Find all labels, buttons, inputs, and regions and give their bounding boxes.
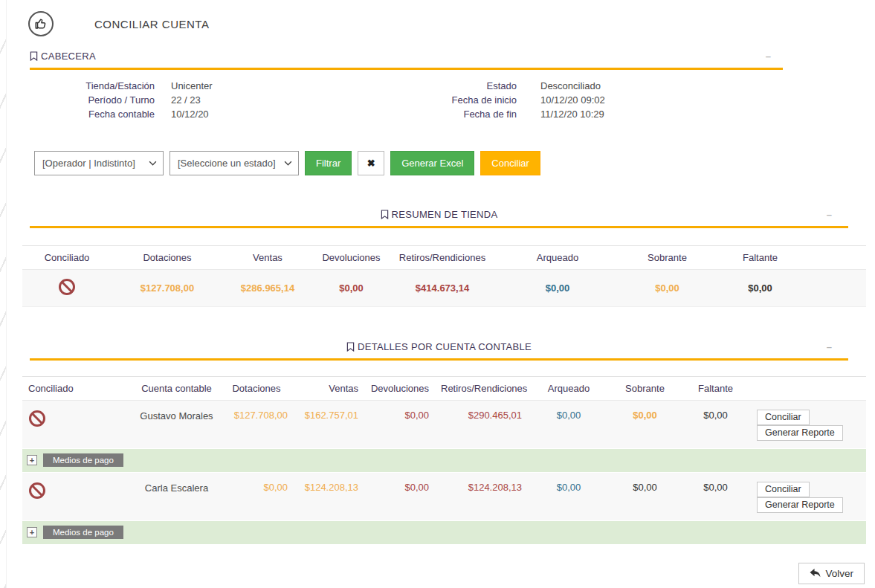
- col-retiros: Retiros/Rendiciones: [390, 246, 494, 270]
- row-generar-reporte-button[interactable]: Generar Reporte: [757, 497, 843, 513]
- cabecera-section: CABECERA – Tienda/Estación Unicenter Per…: [30, 51, 783, 121]
- filtrar-button[interactable]: Filtrar: [305, 151, 352, 175]
- clear-filter-button[interactable]: ✖: [358, 151, 384, 175]
- field-label: Fecha de inicio: [379, 94, 517, 107]
- resumen-devoluciones: $0,00: [312, 270, 390, 307]
- operator-select[interactable]: [Operador | Indistinto]: [34, 151, 164, 175]
- devoluciones: $0,00: [364, 401, 435, 449]
- row-conciliar-button[interactable]: Conciliar: [757, 482, 810, 497]
- sobrante: $0,00: [610, 401, 680, 449]
- resumen-arqueado: $0,00: [494, 270, 621, 307]
- col-conciliado: Conciliado: [22, 377, 134, 401]
- col-ventas: Ventas: [223, 246, 312, 270]
- cuenta-contable: Carla Escalera: [134, 473, 219, 521]
- col-sobrante: Sobrante: [610, 377, 680, 401]
- no-entry-icon: [58, 278, 76, 296]
- page-title: CONCILIAR CUENTA: [94, 18, 209, 30]
- resumen-header: RESUMEN DE TIENDA –: [30, 209, 848, 228]
- field-value: 10/12/20: [171, 108, 209, 121]
- detalles-table: Conciliado Cuenta contable Dotaciones Ve…: [22, 376, 866, 545]
- medios-de-pago-button[interactable]: Medios de pago: [43, 453, 123, 467]
- col-dotaciones: Dotaciones: [112, 246, 223, 270]
- col-conciliado: Conciliado: [22, 246, 112, 270]
- devoluciones: $0,00: [364, 473, 435, 521]
- ventas: $124.208,13: [294, 473, 364, 521]
- detalles-section: DETALLES POR CUENTA CONTABLE –: [30, 341, 848, 361]
- field-fecha-fin: Fecha de fin 11/12/20 10:29: [379, 108, 699, 121]
- dotaciones: $0,00: [219, 473, 294, 521]
- bookmark-icon: [381, 210, 389, 219]
- detalle-row: Carla Escalera $0,00 $124.208,13 $0,00 $…: [22, 473, 866, 521]
- back-arrow-icon: [810, 569, 821, 578]
- cuenta-contable: Gustavo Morales: [134, 401, 219, 449]
- col-retiros: Retiros/Rendiciones: [435, 377, 528, 401]
- arqueado: $0,00: [528, 473, 610, 521]
- resumen-dotaciones: $127.708,00: [112, 270, 223, 307]
- detalles-title: DETALLES POR CUENTA CONTABLE: [358, 341, 532, 352]
- col-arqueado: Arqueado: [494, 246, 621, 270]
- field-fecha-contable: Fecha contable 10/12/20: [30, 108, 379, 121]
- faltante: $0,00: [680, 401, 751, 449]
- field-periodo-turno: Período / Turno 22 / 23: [30, 94, 379, 107]
- field-estado: Estado Desconciliado: [379, 80, 699, 93]
- cabecera-title: CABECERA: [41, 51, 96, 62]
- resumen-data-row: $127.708,00 $286.965,14 $0,00 $414.673,1…: [22, 270, 866, 307]
- row-generar-reporte-button[interactable]: Generar Reporte: [757, 425, 843, 441]
- chevron-down-icon: [284, 161, 292, 166]
- resumen-retiros: $414.673,14: [390, 270, 494, 307]
- expand-plus-icon[interactable]: +: [27, 527, 37, 537]
- cabecera-header: CABECERA –: [30, 51, 783, 70]
- faltante: $0,00: [680, 473, 751, 521]
- field-label: Fecha de fin: [379, 108, 517, 121]
- thumbs-up-icon: [34, 17, 48, 30]
- operator-select-value: [Operador | Indistinto]: [42, 158, 135, 169]
- resumen-faltante: $0,00: [714, 270, 807, 307]
- retiros: $124.208,13: [435, 473, 528, 521]
- medios-de-pago-row: + Medios de pago: [22, 449, 866, 473]
- field-value: Unicenter: [171, 80, 213, 93]
- collapsed-sidebar[interactable]: [0, 0, 7, 588]
- cabecera-collapse-button[interactable]: –: [766, 52, 771, 61]
- main-content: CONCILIAR CUENTA CABECERA – Tienda/Estac…: [22, 0, 866, 584]
- field-value: 11/12/20 10:29: [540, 108, 604, 121]
- detalles-header: DETALLES POR CUENTA CONTABLE –: [30, 341, 848, 361]
- resumen-collapse-button[interactable]: –: [827, 210, 832, 219]
- resumen-header-row: Conciliado Dotaciones Ventas Devolucione…: [22, 246, 866, 270]
- resumen-section: RESUMEN DE TIENDA –: [30, 209, 848, 228]
- resumen-title: RESUMEN DE TIENDA: [392, 209, 498, 220]
- page-header: CONCILIAR CUENTA: [22, 0, 866, 43]
- col-devoluciones: Devoluciones: [364, 377, 435, 401]
- state-select[interactable]: [Seleccione un estado]: [169, 151, 299, 175]
- bookmark-icon: [346, 342, 355, 352]
- generar-excel-button[interactable]: Generar Excel: [390, 151, 474, 175]
- field-value: 10/12/20 09:02: [540, 94, 605, 107]
- col-faltante: Faltante: [680, 377, 751, 401]
- retiros: $290.465,01: [435, 401, 528, 449]
- detalles-collapse-button[interactable]: –: [827, 343, 832, 352]
- medios-de-pago-button[interactable]: Medios de pago: [43, 526, 123, 539]
- row-conciliar-button[interactable]: Conciliar: [757, 410, 810, 425]
- no-entry-icon: [28, 410, 46, 427]
- no-entry-icon: [28, 482, 46, 500]
- col-devoluciones: Devoluciones: [312, 246, 390, 270]
- expand-plus-icon[interactable]: +: [27, 455, 37, 465]
- thumbs-up-button[interactable]: [28, 11, 54, 36]
- field-tienda-estacion: Tienda/Estación Unicenter: [30, 80, 379, 93]
- volver-button[interactable]: Volver: [798, 563, 865, 584]
- dotaciones: $127.708,00: [219, 401, 294, 449]
- conciliar-button[interactable]: Conciliar: [480, 151, 540, 175]
- col-dotaciones: Dotaciones: [219, 377, 294, 401]
- ventas: $162.757,01: [294, 401, 364, 449]
- col-arqueado: Arqueado: [528, 377, 610, 401]
- cabecera-fields: Tienda/Estación Unicenter Período / Turn…: [30, 80, 783, 121]
- field-label: Estado: [379, 80, 517, 93]
- resumen-sobrante: $0,00: [621, 270, 714, 307]
- field-fecha-inicio: Fecha de inicio 10/12/20 09:02: [379, 94, 699, 107]
- sobrante: $0,00: [610, 473, 680, 521]
- bookmark-icon: [30, 51, 38, 61]
- detalle-row: Gustavo Morales $127.708,00 $162.757,01 …: [22, 401, 866, 449]
- chevron-down-icon: [149, 161, 157, 166]
- volver-label: Volver: [825, 568, 853, 579]
- col-ventas: Ventas: [294, 377, 364, 401]
- field-label: Período / Turno: [30, 94, 155, 107]
